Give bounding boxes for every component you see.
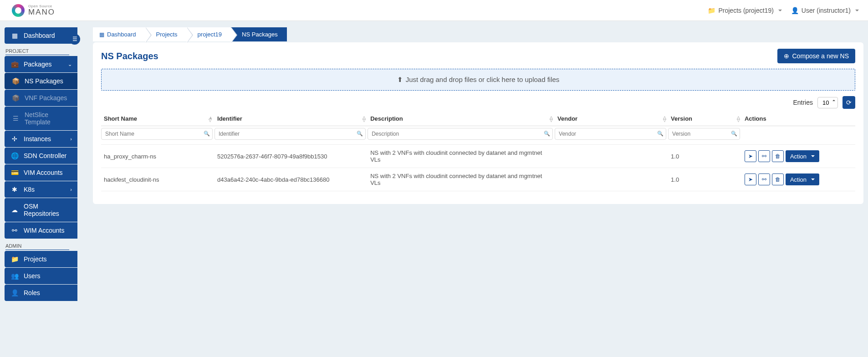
refresh-button[interactable]: ⟳ — [842, 96, 855, 109]
cell-short-name: ha_proxy_charm-ns — [101, 145, 214, 168]
sidebar-item-label: Dashboard — [24, 32, 55, 39]
refresh-icon: ⟳ — [846, 99, 852, 106]
sidebar-item-label: WIM Accounts — [24, 227, 64, 234]
table-row: ha_proxy_charm-ns5202576a-2637-46f7-8079… — [101, 145, 855, 168]
sidebar-item-label: VIM Accounts — [24, 169, 63, 176]
sidebar-item-label: K8s — [24, 186, 35, 193]
sidebar-item-sdn-controller[interactable]: 🌐 SDN Controller — [5, 148, 77, 164]
action-dropdown[interactable]: Action — [786, 150, 819, 162]
sidebar-item-label: Packages — [24, 61, 51, 68]
sidebar-item-instances[interactable]: ✢ Instances › — [5, 131, 77, 147]
trash-icon: 🗑 — [775, 153, 781, 159]
sidebar-item-ns-packages[interactable]: 📦 NS Packages — [5, 73, 77, 89]
trash-icon: 🗑 — [775, 176, 781, 183]
search-icon: 🔍 — [204, 131, 210, 137]
user-dropdown[interactable]: 👤 User (instructor1) — [791, 7, 859, 14]
caret-down-icon — [811, 178, 815, 180]
sidebar-item-dashboard[interactable]: ▦ Dashboard — [5, 27, 77, 44]
box-icon: 📦 — [12, 77, 19, 85]
sidebar-item-netslice-template[interactable]: ☰ NetSlice Template — [5, 107, 77, 130]
compose-ns-label: Compose a new NS — [792, 52, 849, 60]
section-label-project: PROJECT — [0, 46, 77, 56]
filter-vendor[interactable] — [555, 128, 666, 140]
col-vendor[interactable]: Vendor△▽ — [555, 112, 668, 126]
sidebar-item-roles[interactable]: 👤 Roles — [5, 285, 77, 301]
topology-button[interactable]: ⚯ — [758, 173, 770, 185]
cloud-icon: ☁ — [11, 206, 18, 214]
cell-vendor — [555, 145, 668, 168]
sitemap-icon: ⚯ — [762, 176, 766, 183]
breadcrumb: ▦Dashboard Projects project19 NS Package… — [93, 27, 863, 41]
entries-label: Entries — [793, 99, 813, 106]
upload-icon: ⬆ — [397, 76, 403, 83]
sidebar-item-vnf-packages[interactable]: 📦 VNF Packages — [5, 90, 77, 106]
sidebar-item-wim-accounts[interactable]: ⚯ WIM Accounts — [5, 222, 77, 239]
search-icon: 🔍 — [357, 131, 363, 137]
col-description[interactable]: Description△▽ — [368, 112, 555, 126]
top-header: Open Source MANO 📁 Projects (project19) … — [0, 0, 868, 21]
projects-dropdown[interactable]: 📁 Projects (project19) — [708, 7, 781, 14]
col-version[interactable]: Version△▽ — [668, 112, 742, 126]
breadcrumb-current: NS Packages — [231, 27, 287, 41]
sidebar-item-users[interactable]: 👥 Users — [5, 268, 77, 284]
col-short-name[interactable]: Short Name▲▽ — [101, 112, 214, 126]
entries-select[interactable]: 10 — [817, 97, 838, 108]
table-controls: Entries 10 ⟳ — [101, 96, 855, 109]
sidebar-item-packages[interactable]: 💼 Packages ⌄ — [5, 56, 77, 72]
upload-dropzone[interactable]: ⬆Just drag and drop files or click here … — [101, 69, 855, 91]
sidebar-item-label: OSM Repositories — [24, 203, 71, 217]
cell-vendor — [555, 168, 668, 191]
content-area: ☰ ▦Dashboard Projects project19 NS Packa… — [77, 21, 868, 301]
user-label: User (instructor1) — [802, 7, 851, 14]
compose-ns-button[interactable]: ⊕ Compose a new NS — [777, 49, 855, 63]
filter-identifier[interactable] — [214, 128, 366, 140]
sidebar-item-vim-accounts[interactable]: 💳 VIM Accounts — [5, 164, 77, 181]
logo-icon — [12, 4, 25, 17]
delete-button[interactable]: 🗑 — [772, 150, 784, 162]
grid-icon: ▦ — [99, 31, 104, 38]
sidebar-item-projects[interactable]: 📁 Projects — [5, 251, 77, 267]
breadcrumb-dashboard[interactable]: ▦Dashboard — [93, 27, 145, 41]
cell-version: 1.0 — [668, 168, 742, 191]
main-card: NS Packages ⊕ Compose a new NS ⬆Just dra… — [93, 42, 863, 204]
send-icon: ➤ — [748, 153, 753, 159]
sidebar-item-k8s[interactable]: ✱ K8s › — [5, 181, 77, 198]
arrows-icon: ✢ — [11, 135, 18, 143]
chevron-right-icon: › — [70, 187, 72, 192]
search-icon: 🔍 — [657, 131, 664, 137]
cell-identifier: 5202576a-2637-46f7-8079-49a8f9bb1530 — [214, 145, 368, 168]
ns-packages-table: Short Name▲▽ Identifier△▽ Description△▽ … — [101, 112, 855, 191]
sidebar-item-label: NetSlice Template — [25, 111, 71, 126]
delete-button[interactable]: 🗑 — [772, 173, 784, 185]
logo[interactable]: Open Source MANO — [9, 4, 55, 17]
col-identifier[interactable]: Identifier△▽ — [214, 112, 368, 126]
credit-card-icon: 💳 — [11, 169, 18, 176]
projects-label: Projects (project19) — [718, 7, 773, 14]
sitemap-icon: ⚯ — [11, 227, 18, 234]
action-dropdown[interactable]: Action — [786, 173, 819, 185]
breadcrumb-project[interactable]: project19 — [187, 27, 231, 41]
box-icon: 📦 — [12, 94, 19, 102]
filter-version[interactable] — [668, 128, 740, 140]
sidebar-item-osm-repositories[interactable]: ☁ OSM Repositories — [5, 198, 77, 222]
caret-down-icon — [811, 155, 815, 157]
sidebar-item-label: Instances — [24, 135, 51, 143]
launch-button[interactable]: ➤ — [745, 173, 756, 185]
folder-icon: 📁 — [708, 7, 715, 14]
cell-description: NS with 2 VNFs with cloudinit connected … — [368, 168, 555, 191]
topology-button[interactable]: ⚯ — [758, 150, 770, 162]
filter-description[interactable] — [368, 128, 553, 140]
plus-circle-icon: ⊕ — [784, 52, 789, 60]
sidebar-item-label: NS Packages — [25, 77, 63, 85]
search-icon: 🔍 — [731, 131, 737, 137]
logo-text: Open Source MANO — [28, 5, 55, 16]
sidebar-item-label: Projects — [24, 255, 47, 263]
table-row: hackfest_cloudinit-nsd43a6a42-240c-4abc-… — [101, 168, 855, 191]
sidebar-toggle-button[interactable]: ☰ — [69, 34, 80, 45]
launch-button[interactable]: ➤ — [745, 150, 756, 162]
filter-short-name[interactable] — [101, 128, 213, 140]
search-icon: 🔍 — [544, 131, 550, 137]
chevron-right-icon: › — [70, 136, 72, 142]
sitemap-icon: ⚯ — [762, 153, 766, 159]
users-icon: 👥 — [11, 272, 18, 280]
